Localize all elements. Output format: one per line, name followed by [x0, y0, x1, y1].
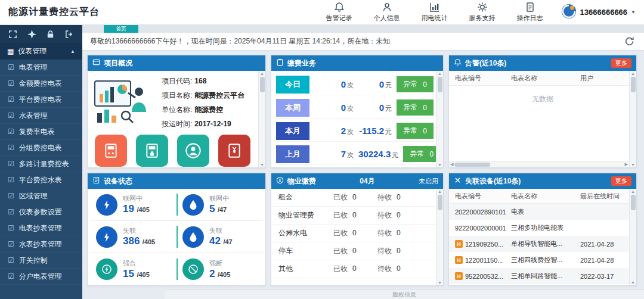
sidebar-item-water-meter[interactable]: ☑水表管理 — [0, 108, 82, 124]
field-project-name: 项目名称:能源费控云平台 — [162, 91, 244, 101]
period-tag: 今日 — [276, 76, 309, 94]
gear-icon — [477, 2, 488, 13]
tab-home[interactable]: 首页 — [104, 25, 138, 33]
list-icon — [92, 176, 100, 186]
offline-more-button[interactable]: 更多 — [611, 176, 631, 186]
payment-row-today: 今日 0次 0元 异常0 — [276, 75, 434, 95]
period-tag: 本月 — [276, 122, 309, 140]
top-nav: 告警记录 个人信息 用电统计 服务支持 操作日志 — [326, 2, 561, 23]
menu-label: 分组费控电表 — [19, 143, 62, 153]
scroll-down-icon[interactable]: ▼ — [631, 281, 635, 285]
checkbox-icon: ☑ — [8, 224, 14, 232]
table-row[interactable]: H952200532... 三相单回路智能... 2022-03-17 — [449, 268, 636, 284]
nav-service-support[interactable]: 服务支持 — [469, 2, 496, 23]
nav-label: 操作日志 — [517, 14, 543, 23]
sidebar-item-electric-meter[interactable]: ☑电表管理 — [0, 60, 82, 76]
property-row-management-fee: 物业管理费 已收0 待收0 — [271, 207, 443, 225]
sidebar-item-group-fee-meter[interactable]: ☑分组费控电表 — [0, 140, 82, 156]
scroll-right-icon[interactable]: ▶ — [625, 162, 628, 167]
nav-personal-info[interactable]: 个人信息 — [374, 2, 400, 23]
sidebar-item-amount-fee-meter[interactable]: ☑金额费控电表 — [0, 76, 82, 92]
sidebar-item-region-management[interactable]: ☑区域管理 — [0, 188, 82, 204]
nav-electricity-stats[interactable]: 用电统计 — [422, 2, 448, 23]
electric-meter-tile[interactable] — [95, 135, 127, 167]
account-menu[interactable]: 13666666666 ▼ — [561, 4, 644, 21]
checkbox-icon: ☑ — [8, 127, 14, 136]
status-water-offline: 失联42 /47 — [177, 221, 263, 253]
menu-label: 区域管理 — [19, 191, 48, 201]
scrollbar[interactable]: ▲▼ — [629, 189, 636, 285]
property-row-rent: 租金 已收0 待收0 — [271, 189, 443, 207]
refresh-button[interactable] — [624, 36, 634, 46]
scroll-left-icon[interactable]: ◀ — [450, 162, 453, 167]
table-row[interactable]: 92220002000001 三相多功能电能表 — [449, 220, 636, 236]
table-row[interactable]: H122001150... 三相四线费控智... 2021-04-28 — [449, 252, 636, 268]
alarm-bell-icon — [334, 2, 345, 13]
logout-icon[interactable] — [65, 30, 74, 39]
table-row[interactable]: H121909250... 单相导轨智能电... 2021-04-28 — [449, 236, 636, 252]
panel-offline-devices: 失联设备(近10条) 更多 电表编号 电表名称 最后在线时间 202200028… — [448, 173, 637, 286]
payment-row-month: 本月 2次 -115.2元 异常0 — [276, 122, 434, 142]
period-tag: 本周 — [276, 99, 309, 117]
nav-operation-log[interactable]: 操作日志 — [517, 2, 543, 23]
scroll-down-icon[interactable]: ▼ — [631, 163, 635, 167]
scroll-up-icon[interactable]: ▲ — [438, 189, 442, 194]
scroll-thumb[interactable] — [438, 77, 442, 92]
panel-header: 设备状态 — [88, 173, 265, 189]
bolt-icon — [96, 226, 117, 248]
sidebar-item-multi-rate-meter[interactable]: ☑复费率电表 — [0, 124, 82, 140]
fullscreen-icon[interactable] — [8, 30, 17, 39]
clipboard-icon — [276, 58, 284, 68]
field-commission-date: 投运时间:2017-12-19 — [162, 119, 244, 129]
power-off-icon — [182, 258, 204, 280]
scroll-up-icon[interactable]: ▲ — [438, 71, 442, 76]
scroll-thumb[interactable] — [631, 195, 636, 210]
property-rows: 租金 已收0 待收0 物业管理费 已收0 待收0 公摊水电 已收0 待收0 停车… — [271, 189, 443, 278]
table-row[interactable]: 20220002890101 电表 — [449, 204, 636, 220]
scroll-up-icon[interactable]: ▲ — [631, 189, 635, 194]
sidebar-item-multi-channel-meter[interactable]: ☑多路计量费控表 — [0, 156, 82, 172]
nav-label: 服务支持 — [469, 14, 496, 23]
sidebar-item-meter-params[interactable]: ☑仪表参数设置 — [0, 204, 82, 220]
tools-icon — [454, 176, 462, 186]
scroll-thumb[interactable] — [438, 195, 442, 210]
sidebar-item-switch-control[interactable]: ☑开关控制 — [0, 253, 82, 269]
scrollbar-horizontal[interactable]: ◀▶ — [449, 161, 629, 167]
scrollbar[interactable]: ▲▼ — [436, 189, 443, 285]
locate-icon[interactable] — [27, 30, 36, 39]
scroll-down-icon[interactable]: ▼ — [438, 281, 442, 285]
nav-alarm-records[interactable]: 告警记录 — [326, 2, 352, 23]
offline-table-header: 电表编号 电表名称 最后在线时间 — [449, 189, 636, 204]
sidebar-item-platform-fee-meter[interactable]: ☑平台费控电表 — [0, 92, 82, 108]
scroll-down-icon[interactable]: ▼ — [260, 163, 264, 167]
water-meter-tile[interactable] — [136, 135, 168, 167]
scroll-thumb[interactable] — [631, 77, 636, 92]
scrollbar[interactable]: ▲▼ — [258, 71, 265, 167]
sidebar-item-electric-reading[interactable]: ☑电表抄表管理 — [0, 220, 82, 236]
sidebar-item-household-meter[interactable]: ☑分户电表管理 — [0, 269, 82, 285]
greeting-bar: 尊敬的13666666666下午好！，现在时间是：2025年04月11日 星期五… — [82, 33, 644, 51]
bolt-icon — [96, 194, 117, 216]
payment-row-week: 本周 0次 0元 异常0 — [276, 98, 434, 119]
menu-label: 开关控制 — [19, 256, 48, 266]
scroll-down-icon[interactable]: ▼ — [438, 163, 442, 167]
alarms-table-header: 电表编号 电表名称 用户 — [449, 71, 636, 86]
scroll-thumb[interactable] — [454, 163, 490, 167]
lock-icon[interactable] — [46, 30, 55, 39]
menu-label: 电表管理 — [19, 63, 48, 73]
property-row-other: 其他 已收0 待收0 — [271, 260, 443, 278]
checkbox-icon: ☑ — [8, 63, 14, 71]
scroll-up-icon[interactable]: ▲ — [631, 71, 635, 76]
scrollbar[interactable]: ▲▼ — [629, 71, 636, 167]
alarms-more-button[interactable]: 更多 — [611, 58, 631, 68]
chevron-up-icon: ▲ — [70, 49, 75, 54]
fee-meter-tile[interactable] — [218, 135, 250, 167]
scrollbar[interactable]: ▲▼ — [436, 71, 443, 167]
scroll-up-icon[interactable]: ▲ — [260, 71, 264, 76]
sidebar-group-meter-management[interactable]: ▦ 仪表管理 ▲ — [0, 43, 82, 60]
sidebar-item-water-reading[interactable]: ☑水表抄表管理 — [0, 236, 82, 253]
menu-label: 复费率电表 — [19, 127, 55, 137]
user-account-tile[interactable] — [177, 135, 209, 167]
scroll-thumb[interactable] — [260, 77, 265, 92]
sidebar-item-platform-fee-water[interactable]: ☑平台费控水表 — [0, 172, 82, 188]
